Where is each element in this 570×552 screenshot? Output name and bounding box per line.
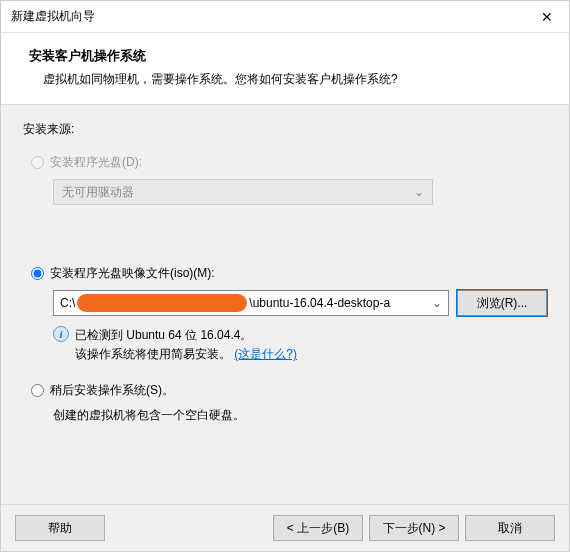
radio-disc[interactable]: 安装程序光盘(D): — [31, 154, 547, 171]
titlebar: 新建虚拟机向导 ✕ — [1, 1, 569, 33]
disc-dropdown: 无可用驱动器 ⌄ — [53, 179, 433, 205]
info-icon: i — [53, 326, 69, 342]
header-title: 安装客户机操作系统 — [29, 47, 549, 65]
info-line1: 已检测到 Ubuntu 64 位 16.04.4。 — [75, 326, 297, 345]
later-note: 创建的虚拟机将包含一个空白硬盘。 — [53, 407, 547, 424]
iso-row: C:\ \ubuntu-16.04.4-desktop-a ⌄ 浏览(R)... — [53, 290, 547, 316]
window-title: 新建虚拟机向导 — [11, 8, 95, 25]
browse-button[interactable]: 浏览(R)... — [457, 290, 547, 316]
iso-path-prefix: C:\ — [60, 296, 75, 310]
wizard-content: 安装来源: 安装程序光盘(D): 无可用驱动器 ⌄ 安装程序光盘映像文件(iso… — [1, 105, 569, 504]
wizard-window: 新建虚拟机向导 ✕ 安装客户机操作系统 虚拟机如同物理机，需要操作系统。您将如何… — [0, 0, 570, 552]
radio-later-input[interactable] — [31, 384, 44, 397]
header-subtitle: 虚拟机如同物理机，需要操作系统。您将如何安装客户机操作系统? — [29, 71, 549, 88]
cancel-button[interactable]: 取消 — [465, 515, 555, 541]
back-label: < 上一步(B) — [287, 520, 349, 537]
radio-iso-label: 安装程序光盘映像文件(iso)(M): — [50, 265, 215, 282]
next-label: 下一步(N) > — [383, 520, 446, 537]
source-label: 安装来源: — [23, 121, 547, 138]
whats-this-link[interactable]: (这是什么?) — [234, 347, 297, 361]
close-icon: ✕ — [541, 9, 553, 25]
redacted-path — [77, 294, 247, 312]
browse-label: 浏览(R)... — [477, 295, 528, 312]
info-row: i 已检测到 Ubuntu 64 位 16.04.4。 该操作系统将使用简易安装… — [53, 326, 547, 364]
radio-iso[interactable]: 安装程序光盘映像文件(iso)(M): — [31, 265, 547, 282]
cancel-label: 取消 — [498, 520, 522, 537]
radio-later[interactable]: 稍后安装操作系统(S)。 — [31, 382, 547, 399]
radio-disc-input — [31, 156, 44, 169]
chevron-down-icon: ⌄ — [414, 185, 424, 199]
info-text: 已检测到 Ubuntu 64 位 16.04.4。 该操作系统将使用简易安装。 … — [75, 326, 297, 364]
radio-later-label: 稍后安装操作系统(S)。 — [50, 382, 174, 399]
next-button[interactable]: 下一步(N) > — [369, 515, 459, 541]
chevron-down-icon[interactable]: ⌄ — [432, 296, 442, 310]
back-button[interactable]: < 上一步(B) — [273, 515, 363, 541]
iso-path-input[interactable]: C:\ \ubuntu-16.04.4-desktop-a ⌄ — [53, 290, 449, 316]
wizard-header: 安装客户机操作系统 虚拟机如同物理机，需要操作系统。您将如何安装客户机操作系统? — [1, 33, 569, 105]
help-button[interactable]: 帮助 — [15, 515, 105, 541]
radio-disc-label: 安装程序光盘(D): — [50, 154, 142, 171]
info-line2-prefix: 该操作系统将使用简易安装。 — [75, 347, 231, 361]
iso-path-suffix: \ubuntu-16.04.4-desktop-a — [249, 296, 390, 310]
radio-group: 安装程序光盘(D): 无可用驱动器 ⌄ 安装程序光盘映像文件(iso)(M): … — [31, 154, 547, 424]
help-label: 帮助 — [48, 520, 72, 537]
disc-dropdown-value: 无可用驱动器 — [62, 184, 134, 201]
radio-iso-input[interactable] — [31, 267, 44, 280]
close-button[interactable]: ✕ — [525, 1, 569, 32]
wizard-footer: 帮助 < 上一步(B) 下一步(N) > 取消 — [1, 504, 569, 551]
